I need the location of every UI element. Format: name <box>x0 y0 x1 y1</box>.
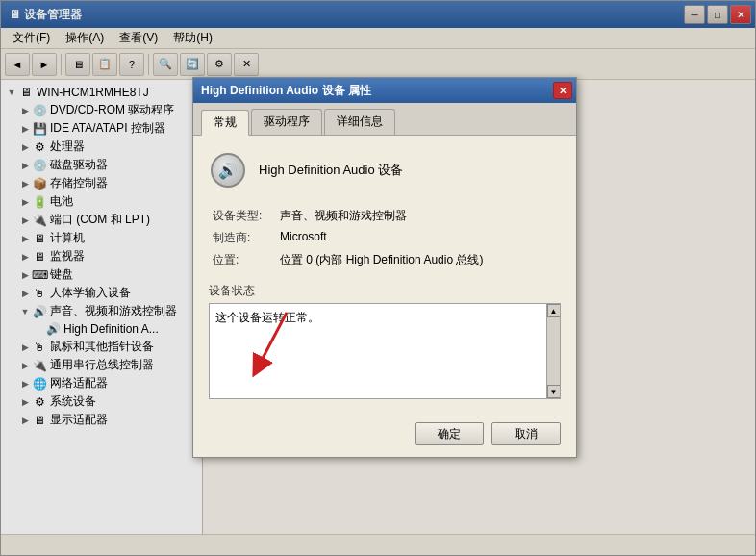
cancel-button[interactable]: 取消 <box>491 422 561 445</box>
prop-row-location: 位置: 位置 0 (内部 High Definition Audio 总线) <box>209 249 561 271</box>
dialog-close-button[interactable]: ✕ <box>553 82 572 99</box>
scroll-thumb <box>548 317 560 385</box>
status-section: 设备状态 这个设备运转正常。 ▲ <box>209 283 561 399</box>
dialog-tabs: 常规 驱动程序 详细信息 <box>193 103 576 136</box>
tab-details[interactable]: 详细信息 <box>324 109 395 135</box>
svg-line-1 <box>258 313 287 367</box>
properties-dialog: High Definition Audio 设备 属性 ✕ 常规 驱动程序 详细… <box>192 77 577 458</box>
prop-row-manufacturer: 制造商: Microsoft <box>209 227 561 249</box>
scroll-down-button[interactable]: ▼ <box>547 385 561 398</box>
scroll-up-button[interactable]: ▲ <box>547 304 561 317</box>
prop-type-value: 声音、视频和游戏控制器 <box>276 205 561 227</box>
device-status-box: 这个设备运转正常。 ▲ ▼ <box>209 303 561 399</box>
tab-general[interactable]: 常规 <box>201 110 249 136</box>
status-section-label: 设备状态 <box>209 283 561 299</box>
dialog-title-bar: High Definition Audio 设备 属性 ✕ <box>193 78 576 103</box>
speaker-icon: 🔊 <box>218 162 238 180</box>
prop-mfg-label: 制造商: <box>209 227 276 249</box>
prop-loc-label: 位置: <box>209 249 276 271</box>
prop-type-label: 设备类型: <box>209 205 276 227</box>
properties-table: 设备类型: 声音、视频和游戏控制器 制造商: Microsoft 位置: 位置 … <box>209 205 561 271</box>
status-scrollbar[interactable]: ▲ ▼ <box>546 304 560 398</box>
device-icon-circle: 🔊 <box>211 153 245 188</box>
prop-row-type: 设备类型: 声音、视频和游戏控制器 <box>209 205 561 227</box>
red-arrow-icon <box>239 308 315 385</box>
dialog-title-text: High Definition Audio 设备 属性 <box>201 83 371 99</box>
ok-button[interactable]: 确定 <box>415 422 484 445</box>
device-icon-container: 🔊 <box>209 151 247 190</box>
tab-driver[interactable]: 驱动程序 <box>251 109 322 135</box>
dialog-footer: 确定 取消 <box>193 415 576 457</box>
prop-loc-value: 位置 0 (内部 High Definition Audio 总线) <box>276 249 561 271</box>
device-header: 🔊 High Definition Audio 设备 <box>209 151 561 190</box>
prop-mfg-value: Microsoft <box>276 227 561 249</box>
device-name-label: High Definition Audio 设备 <box>259 162 403 179</box>
dialog-overlay: High Definition Audio 设备 属性 ✕ 常规 驱动程序 详细… <box>0 0 756 556</box>
dialog-content: 🔊 High Definition Audio 设备 设备类型: 声音、视频和游… <box>193 136 576 415</box>
